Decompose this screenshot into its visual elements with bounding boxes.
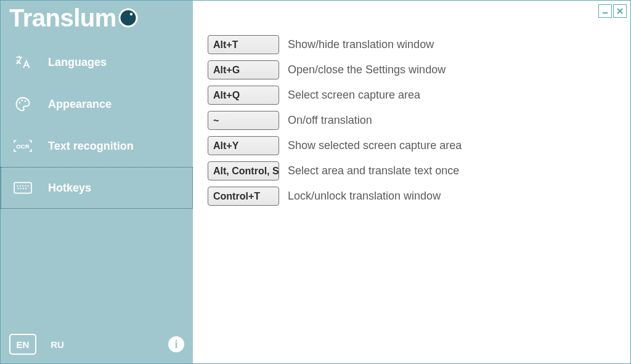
sidebar-item-label: Appearance xyxy=(48,99,112,110)
sidebar-item-text-recognition[interactable]: OCR Text recognition xyxy=(1,125,193,167)
hotkey-row: Alt+GOpen/close the Settings window xyxy=(208,60,616,79)
hotkey-description: On/off translation xyxy=(288,114,372,127)
svg-text:OCR: OCR xyxy=(16,143,29,150)
hotkey-description: Show/hide translation window xyxy=(288,38,434,51)
hotkey-description: Open/close the Settings window xyxy=(288,63,446,76)
app-name: Translum xyxy=(9,6,116,30)
language-en-button[interactable]: EN xyxy=(9,334,36,355)
hotkey-input[interactable]: Alt+Y xyxy=(208,136,279,155)
close-button[interactable] xyxy=(613,4,627,18)
svg-point-2 xyxy=(18,102,20,103)
hotkey-description: Select area and translate text once xyxy=(288,164,459,177)
svg-point-3 xyxy=(21,100,23,102)
sidebar-item-hotkeys[interactable]: Hotkeys xyxy=(1,167,193,209)
translate-icon xyxy=(14,53,32,71)
hotkey-row: Alt+TShow/hide translation window xyxy=(208,35,616,54)
sidebar: Translum Languages xyxy=(1,1,193,363)
hotkey-row: ~On/off translation xyxy=(208,111,616,130)
sidebar-footer: EN RU i xyxy=(9,334,184,355)
hotkey-input[interactable]: Alt+Q xyxy=(208,86,279,105)
main-content: Alt+TShow/hide translation windowAlt+GOp… xyxy=(193,1,630,363)
hotkey-input[interactable]: Alt+T xyxy=(208,35,279,54)
sidebar-item-label: Languages xyxy=(48,57,107,68)
svg-rect-6 xyxy=(14,182,31,193)
ocr-icon: OCR xyxy=(14,137,32,155)
minimize-button[interactable] xyxy=(598,4,612,18)
info-icon: i xyxy=(174,338,177,351)
hotkey-input[interactable]: ~ xyxy=(208,111,279,130)
hotkey-description: Select screen capture area xyxy=(288,89,420,102)
sidebar-item-label: Text recognition xyxy=(48,140,134,152)
svg-point-0 xyxy=(120,9,137,26)
hotkey-input[interactable]: Alt+G xyxy=(208,60,279,79)
sidebar-item-label: Hotkeys xyxy=(48,182,91,193)
hotkey-input[interactable]: Control+T xyxy=(208,187,279,206)
keyboard-icon xyxy=(14,179,32,197)
logo-icon xyxy=(118,7,139,28)
svg-point-1 xyxy=(130,13,132,15)
hotkey-row: Alt+YShow selected screen capture area xyxy=(208,136,616,155)
palette-icon xyxy=(14,95,32,113)
info-button[interactable]: i xyxy=(168,336,184,352)
language-ru-button[interactable]: RU xyxy=(44,334,71,355)
hotkey-description: Lock/unlock translation window xyxy=(288,190,441,203)
app-logo: Translum xyxy=(1,1,193,41)
sidebar-item-appearance[interactable]: Appearance xyxy=(1,83,193,125)
svg-point-4 xyxy=(25,100,26,102)
sidebar-nav: Languages Appearance OCR Text recogni xyxy=(1,41,193,209)
hotkey-list: Alt+TShow/hide translation windowAlt+GOp… xyxy=(208,35,616,206)
hotkey-row: Alt, Control, SSelect area and translate… xyxy=(208,161,616,180)
sidebar-item-languages[interactable]: Languages xyxy=(1,41,193,83)
window-controls xyxy=(598,4,627,18)
hotkey-description: Show selected screen capture area xyxy=(288,139,462,152)
hotkey-row: Alt+QSelect screen capture area xyxy=(208,86,616,105)
hotkey-row: Control+TLock/unlock translation window xyxy=(208,187,616,206)
hotkey-input[interactable]: Alt, Control, S xyxy=(208,161,279,180)
